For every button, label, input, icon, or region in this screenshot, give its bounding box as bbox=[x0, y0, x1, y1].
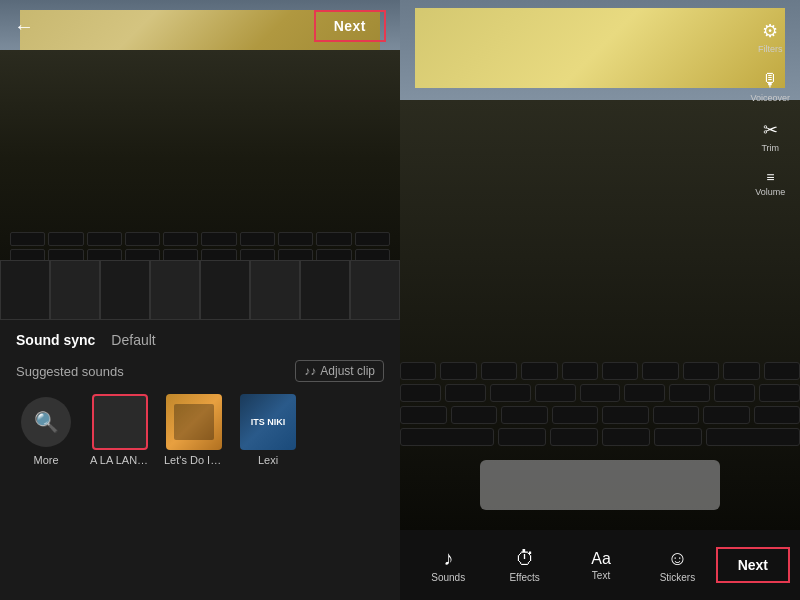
filmstrip-frame bbox=[100, 260, 150, 320]
right-key bbox=[445, 384, 486, 402]
search-icon-wrap: 🔍 bbox=[18, 394, 74, 450]
trim-icon: ✂ bbox=[763, 119, 778, 141]
right-key bbox=[602, 406, 649, 424]
right-video-area: ⚙ Filters 🎙 Voiceover ✂ Trim ≡ Volume bbox=[400, 0, 800, 530]
adjust-clip-button[interactable]: ♪♪ Adjust clip bbox=[295, 360, 384, 382]
trim-button[interactable]: ✂ Trim bbox=[761, 119, 779, 153]
back-button[interactable]: ← bbox=[14, 15, 34, 38]
sound-name-a-la-land: A LA LAND ( bbox=[90, 454, 150, 466]
right-key-space bbox=[706, 428, 800, 446]
key bbox=[163, 232, 198, 246]
trim-label: Trim bbox=[761, 143, 779, 153]
key bbox=[48, 232, 83, 246]
sound-sync-area: Sound sync Default bbox=[0, 320, 400, 356]
stickers-button[interactable]: ☺ Stickers bbox=[639, 547, 715, 583]
key bbox=[240, 232, 275, 246]
volume-button[interactable]: ≡ Volume bbox=[755, 169, 785, 197]
key bbox=[355, 232, 390, 246]
right-keyboard-keys bbox=[400, 362, 800, 450]
suggested-sounds-header: Suggested sounds ♪♪ Adjust clip bbox=[0, 356, 400, 390]
filmstrip-inner bbox=[0, 260, 400, 320]
sound-item-a-la-land[interactable]: A LA LAND ( bbox=[90, 394, 150, 466]
right-key bbox=[498, 428, 546, 446]
sound-name-more: More bbox=[33, 454, 58, 466]
right-key bbox=[764, 362, 800, 380]
right-key bbox=[714, 384, 755, 402]
left-header: ← Next bbox=[0, 0, 400, 52]
touchpad bbox=[480, 460, 720, 510]
right-key bbox=[642, 362, 678, 380]
right-key bbox=[550, 428, 598, 446]
right-key bbox=[703, 406, 750, 424]
right-key bbox=[602, 362, 638, 380]
album-art-wrap-3: ITS NIKI bbox=[240, 394, 296, 450]
album-art-2 bbox=[166, 394, 222, 450]
filmstrip-frame bbox=[300, 260, 350, 320]
right-key bbox=[440, 362, 476, 380]
next-button-right[interactable]: Next bbox=[716, 547, 790, 583]
right-key bbox=[490, 384, 531, 402]
sound-item-lexi[interactable]: ITS NIKI Lexi bbox=[238, 394, 298, 466]
right-key bbox=[552, 406, 599, 424]
filmstrip bbox=[0, 260, 400, 320]
text-button[interactable]: Aa Text bbox=[563, 550, 639, 581]
laptop-screen-inner-right bbox=[415, 8, 785, 88]
stickers-label: Stickers bbox=[660, 572, 696, 583]
right-bottom-bar: ♪ Sounds ⏱ Effects Aa Text ☺ Stickers Ne… bbox=[400, 530, 800, 600]
voiceover-label: Voiceover bbox=[750, 93, 790, 103]
right-key bbox=[501, 406, 548, 424]
filmstrip-frame bbox=[50, 260, 100, 320]
filmstrip-frame bbox=[150, 260, 200, 320]
default-label[interactable]: Default bbox=[111, 332, 155, 348]
sound-sync-label[interactable]: Sound sync bbox=[16, 332, 95, 348]
album-art-3: ITS NIKI bbox=[240, 394, 296, 450]
key bbox=[10, 232, 45, 246]
stickers-icon: ☺ bbox=[667, 547, 687, 570]
album-art-1 bbox=[92, 394, 148, 450]
volume-icon: ≡ bbox=[766, 169, 774, 185]
right-key bbox=[759, 384, 800, 402]
sound-name-lets-do-it: Let's Do It Ag bbox=[164, 454, 224, 466]
left-panel: ← Next bbox=[0, 0, 400, 600]
album-art-wrap-2 bbox=[166, 394, 222, 450]
suggested-sounds-label: Suggested sounds bbox=[16, 364, 124, 379]
key bbox=[201, 232, 236, 246]
volume-label: Volume bbox=[755, 187, 785, 197]
right-video-bg bbox=[400, 0, 800, 530]
text-label: Text bbox=[592, 570, 610, 581]
sounds-icon: ♪ bbox=[443, 547, 453, 570]
search-icon: 🔍 bbox=[21, 397, 71, 447]
effects-button[interactable]: ⏱ Effects bbox=[486, 547, 562, 583]
right-panel: ⚙ Filters 🎙 Voiceover ✂ Trim ≡ Volume ♪ … bbox=[400, 0, 800, 600]
right-key bbox=[562, 362, 598, 380]
filmstrip-frame bbox=[350, 260, 400, 320]
voiceover-icon: 🎙 bbox=[761, 70, 779, 91]
filmstrip-frame bbox=[0, 260, 50, 320]
adjust-clip-label: Adjust clip bbox=[320, 364, 375, 378]
sounds-list: 🔍 More A LA LAND ( Let's Do It Ag ITS NI… bbox=[0, 390, 400, 478]
right-key-space bbox=[400, 428, 494, 446]
filmstrip-frame bbox=[250, 260, 300, 320]
right-key bbox=[654, 428, 702, 446]
next-button-left[interactable]: Next bbox=[314, 10, 386, 42]
effects-icon: ⏱ bbox=[515, 547, 535, 570]
key bbox=[316, 232, 351, 246]
effects-label: Effects bbox=[509, 572, 539, 583]
filters-button[interactable]: ⚙ Filters bbox=[758, 20, 783, 54]
adjust-icon: ♪♪ bbox=[304, 364, 316, 378]
voiceover-button[interactable]: 🎙 Voiceover bbox=[750, 70, 790, 103]
right-key bbox=[400, 384, 441, 402]
right-key bbox=[653, 406, 700, 424]
right-key bbox=[624, 384, 665, 402]
album-art-wrap-1 bbox=[92, 394, 148, 450]
sound-item-more[interactable]: 🔍 More bbox=[16, 394, 76, 466]
sound-item-lets-do-it[interactable]: Let's Do It Ag bbox=[164, 394, 224, 466]
key bbox=[125, 232, 160, 246]
right-key bbox=[400, 362, 436, 380]
filters-icon: ⚙ bbox=[762, 20, 778, 42]
right-key bbox=[451, 406, 498, 424]
sounds-button[interactable]: ♪ Sounds bbox=[410, 547, 486, 583]
right-key bbox=[683, 362, 719, 380]
right-key bbox=[754, 406, 801, 424]
right-key bbox=[580, 384, 621, 402]
